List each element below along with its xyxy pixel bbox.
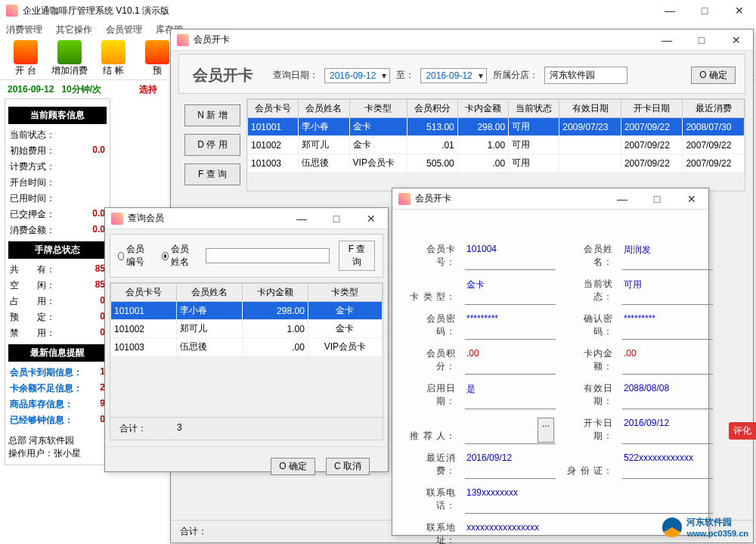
logo-icon bbox=[662, 518, 682, 537]
cancel-button[interactable]: C 取消 bbox=[326, 458, 370, 475]
section-card-status: 手牌总状态 bbox=[8, 241, 107, 259]
card-heading: 会员开卡 bbox=[188, 65, 267, 85]
field-password[interactable]: ********* bbox=[465, 312, 556, 340]
field-type[interactable]: 金卡 bbox=[465, 278, 556, 305]
info-row: 商品库存信息：9 bbox=[8, 396, 107, 412]
label-branch: 所属分店： bbox=[493, 69, 538, 82]
info-row: 会员卡到期信息：1 bbox=[8, 365, 107, 381]
table-row[interactable]: 101001李小春298.00金卡 bbox=[111, 302, 383, 320]
search-grid[interactable]: 会员卡号会员姓名卡内金额卡类型101001李小春298.00金卡101002郑可… bbox=[110, 283, 383, 356]
column-header[interactable]: 卡内金额 bbox=[457, 100, 508, 118]
watermark: 河东软件园 www.pc0359.cn bbox=[662, 516, 748, 538]
lookup-icon[interactable]: ... bbox=[538, 418, 554, 443]
field-last[interactable]: 2016/09/12 bbox=[465, 452, 556, 479]
info-row: 已交押金：0.0 bbox=[8, 207, 107, 222]
field-enable[interactable]: 是 bbox=[465, 382, 556, 409]
column-header[interactable]: 会员积分 bbox=[407, 100, 457, 118]
table-row[interactable]: 101003伍思後.00VIP会员卡 bbox=[111, 338, 383, 356]
section-customer: 当前顾客信息 bbox=[8, 107, 107, 124]
field-id[interactable]: 522xxxxxxxxxxxx bbox=[622, 452, 713, 479]
table-row[interactable]: 101002郑可儿1.00金卡 bbox=[111, 320, 383, 338]
field-name[interactable]: 周润发 bbox=[622, 243, 713, 270]
window-icon bbox=[111, 213, 123, 225]
info-row: 开台时间： bbox=[8, 175, 107, 191]
date-from-picker[interactable]: 2016-09-12 bbox=[324, 68, 390, 83]
table-row[interactable]: 101003伍思後VIP会员卡505.00.00可用2007/09/222007… bbox=[248, 154, 745, 173]
find-button[interactable]: F 查询 bbox=[339, 241, 375, 271]
info-row: 共 有：85 bbox=[8, 262, 107, 278]
minimize-icon[interactable]: — bbox=[656, 34, 677, 46]
select-label: 选持 bbox=[139, 83, 157, 96]
app-icon bbox=[6, 5, 18, 17]
info-row: 计费方式： bbox=[8, 159, 107, 175]
eval-chip[interactable]: 评化 bbox=[729, 422, 756, 440]
field-points[interactable]: .00 bbox=[465, 347, 556, 375]
section-news: 最新信息提醒 bbox=[8, 344, 107, 362]
close-icon[interactable]: ✕ bbox=[729, 5, 750, 17]
window-icon bbox=[398, 193, 411, 205]
ok-button[interactable]: O 确定 bbox=[691, 67, 736, 84]
window-title: 会员开卡 bbox=[194, 33, 230, 46]
field-phone[interactable]: 139xxxxxxxx bbox=[465, 486, 713, 514]
footer-user: 操作用户：张小星 bbox=[8, 447, 107, 460]
radio-member-name[interactable]: 会员姓名 bbox=[162, 243, 197, 269]
menu-item[interactable]: 会员管理 bbox=[106, 23, 142, 36]
window-icon bbox=[177, 34, 189, 46]
maximize-icon[interactable]: □ bbox=[694, 5, 715, 17]
info-row: 禁 用：0 bbox=[8, 325, 107, 341]
close-icon[interactable]: ✕ bbox=[681, 193, 702, 205]
column-header[interactable]: 有效日期 bbox=[559, 100, 621, 118]
info-row: 已用时间： bbox=[8, 191, 107, 207]
toolbar-checkout[interactable]: 结 帐 bbox=[94, 39, 133, 79]
field-valid[interactable]: 2088/08/08 bbox=[622, 382, 713, 409]
column-header[interactable]: 会员姓名 bbox=[299, 100, 349, 118]
info-row: 当前状态： bbox=[8, 127, 107, 143]
column-header[interactable]: 开卡日期 bbox=[621, 100, 683, 118]
field-balance[interactable]: .00 bbox=[622, 347, 713, 375]
field-card-no[interactable]: 101004 bbox=[465, 243, 556, 270]
minimize-icon[interactable]: — bbox=[659, 5, 680, 17]
window-title: 查询会员 bbox=[128, 212, 164, 225]
query-button[interactable]: F 查 询 bbox=[184, 163, 240, 185]
menu-item[interactable]: 消费管理 bbox=[6, 23, 42, 36]
branch-input[interactable]: 河东软件园 bbox=[544, 67, 627, 84]
main-titlebar: 企业通咖啡厅管理系统 V10.1 演示版 — □ ✕ bbox=[0, 0, 756, 21]
app-title: 企业通咖啡厅管理系统 V10.1 演示版 bbox=[23, 5, 169, 17]
column-header[interactable]: 卡内金额 bbox=[242, 284, 308, 302]
table-row[interactable]: 101002郑可儿金卡.011.00可用2007/09/222007/09/22 bbox=[248, 136, 745, 154]
radio-member-no[interactable]: 会员编号 bbox=[118, 243, 153, 269]
column-header[interactable]: 会员卡号 bbox=[111, 284, 177, 302]
info-row: 消费金额：0.0 bbox=[8, 222, 107, 238]
maximize-icon[interactable]: □ bbox=[646, 193, 668, 205]
field-status[interactable]: 可用 bbox=[622, 278, 713, 305]
menu-item[interactable]: 其它操作 bbox=[56, 23, 92, 36]
minimize-icon[interactable]: — bbox=[612, 193, 633, 205]
status-date: 2016-09-12 bbox=[8, 84, 54, 95]
close-icon[interactable]: ✕ bbox=[726, 34, 747, 46]
disable-button[interactable]: D 停 用 bbox=[184, 134, 240, 156]
card-grid[interactable]: 会员卡号会员姓名卡类型会员积分卡内金额当前状态有效日期开卡日期最近消费10100… bbox=[247, 99, 745, 173]
column-header[interactable]: 会员卡号 bbox=[248, 100, 299, 118]
info-row: 卡余额不足信息：2 bbox=[8, 381, 107, 396]
maximize-icon[interactable]: □ bbox=[326, 213, 347, 225]
field-password-confirm[interactable]: ********* bbox=[622, 312, 713, 340]
toolbar-open[interactable]: 开 台 bbox=[6, 39, 45, 79]
close-icon[interactable]: ✕ bbox=[361, 213, 382, 225]
ok-button[interactable]: O 确定 bbox=[271, 458, 315, 475]
column-header[interactable]: 当前状态 bbox=[509, 100, 559, 118]
maximize-icon[interactable]: □ bbox=[691, 34, 712, 46]
search-member-window: 查询会员 — □ ✕ 会员编号 会员姓名 F 查询 会员卡号会员姓名卡内金额卡类… bbox=[104, 207, 389, 472]
field-open-date[interactable]: 2016/09/12 bbox=[622, 417, 713, 444]
column-header[interactable]: 卡类型 bbox=[308, 284, 382, 302]
column-header[interactable]: 卡类型 bbox=[349, 100, 407, 118]
table-row[interactable]: 101001李小春金卡513.00298.00可用2009/07/232007/… bbox=[248, 118, 745, 136]
minimize-icon[interactable]: — bbox=[291, 213, 312, 225]
column-header[interactable]: 会员姓名 bbox=[176, 284, 242, 302]
toolbar-add[interactable]: 增加消费 bbox=[50, 39, 89, 79]
search-input[interactable] bbox=[206, 248, 330, 263]
field-referrer[interactable]: ... bbox=[465, 417, 556, 444]
new-button[interactable]: N 新 增 bbox=[184, 104, 240, 126]
date-to-picker[interactable]: 2016-09-12 bbox=[420, 68, 486, 83]
column-header[interactable]: 最近消费 bbox=[683, 100, 745, 118]
footer-branch: 总部 河东软件园 bbox=[8, 434, 107, 447]
